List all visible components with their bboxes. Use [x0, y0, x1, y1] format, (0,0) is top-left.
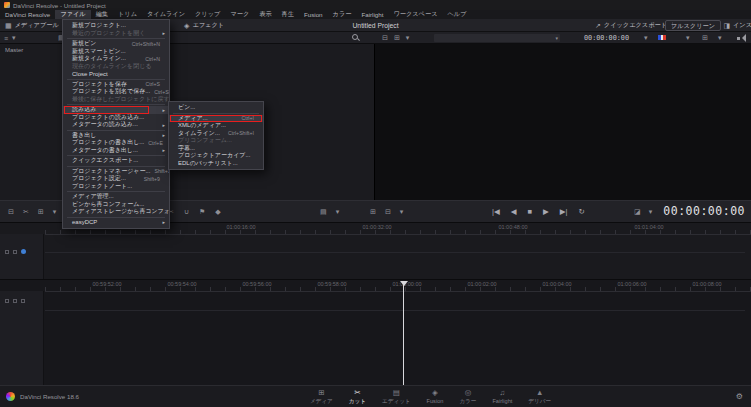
gear-icon[interactable]: ⚙ — [736, 386, 743, 407]
menu-bar-item[interactable]: DaVinci Resolve — [0, 10, 55, 19]
file-menu-item[interactable]: 新規ビン Ctrl+Shift+N — [63, 40, 169, 48]
page-button[interactable]: ♫ Fairlight — [492, 388, 512, 406]
file-menu-item[interactable]: プロジェクトの読み込み... — [63, 114, 169, 122]
fullscreen-button[interactable]: フルスクリーン — [665, 20, 721, 31]
option-dropdown[interactable]: ▾ — [686, 32, 690, 44]
page-button[interactable]: ▲ デリバー — [528, 388, 551, 406]
file-menu-item[interactable]: プロジェクトマネージャー... Shift+1 — [63, 168, 169, 176]
import-submenu-item[interactable]: 字幕... — [169, 145, 263, 153]
menu-bar-item[interactable]: クリップ — [190, 10, 225, 19]
menu-bar-item[interactable]: Fusion — [299, 10, 328, 19]
file-menu-item[interactable]: 現在のタイムラインを閉じる — [63, 63, 169, 71]
file-menu-item[interactable]: クイックエクスポート... — [63, 157, 169, 165]
bin-name-label[interactable]: Master — [5, 47, 23, 53]
view-tool-icon[interactable]: ▾ — [336, 208, 340, 216]
view-tool-icon[interactable]: ▤ — [320, 208, 327, 216]
import-submenu-item[interactable]: メディア... Ctrl+I — [169, 115, 263, 123]
search-button[interactable] — [352, 32, 360, 44]
viewer-mode-buttons[interactable]: ⊟⊞▾ — [382, 32, 409, 44]
import-submenu-item[interactable]: タイムライン... Ctrl+Shift+I — [169, 130, 263, 138]
menu-bar-item[interactable]: 再生 — [277, 10, 299, 19]
file-menu-item[interactable]: 最近のプロジェクトを開く ▸ — [63, 30, 169, 38]
page-button[interactable]: ✂ カット — [349, 388, 366, 406]
playback-control-icon[interactable]: ▶| — [560, 207, 568, 216]
track-solo-icon[interactable] — [21, 299, 25, 303]
track-lock-icon[interactable] — [5, 250, 9, 254]
lower-timeline-ruler[interactable]: 00:59:52:0000:59:54:0000:59:56:0000:59:5… — [45, 280, 751, 292]
menu-bar-item[interactable]: Fairlight — [356, 10, 388, 19]
playback-control-icon[interactable]: ▶ — [543, 207, 549, 216]
viewer-source-dropdown[interactable]: ▾ — [434, 34, 560, 42]
file-menu-item[interactable]: プロジェクトを別名で保存... Ctrl+Shift+S — [63, 88, 169, 96]
file-menu-item[interactable]: 読み込み ▸ — [63, 106, 169, 114]
viewer-mode-icon[interactable]: ▾ — [406, 34, 410, 42]
file-menu-item[interactable]: 書き出し ▸ — [63, 132, 169, 140]
file-menu-item[interactable]: 最後に保存したプロジェクトに戻す — [63, 96, 169, 104]
track-mute-icon[interactable] — [13, 299, 17, 303]
quick-export-button[interactable]: ↗ クイックエクスポート — [595, 19, 667, 32]
file-menu-item[interactable]: easyDCP ▸ — [63, 219, 169, 227]
file-menu-item[interactable]: 新規スマートビン... — [63, 48, 169, 56]
import-submenu-item[interactable]: プリコンフォーム... — [169, 137, 263, 145]
file-menu-item[interactable]: メタデータの読み込み... ▸ — [63, 121, 169, 129]
file-menu-item[interactable]: プロジェクト設定... Shift+9 — [63, 175, 169, 183]
effects-toggle-button[interactable]: ◈ エフェクト — [184, 19, 224, 32]
menu-bar-item[interactable]: カラー — [328, 10, 357, 19]
menu-bar-item[interactable]: 編集 — [91, 10, 113, 19]
page-button[interactable]: ▤ エディット — [382, 388, 411, 406]
file-menu-item[interactable]: プロジェクトノート... — [63, 183, 169, 191]
clip-tool-icon[interactable]: ⊞ — [38, 208, 44, 216]
playback-control-icon[interactable]: ◀ — [511, 207, 517, 216]
clip-tool-icon[interactable]: ✂ — [23, 208, 29, 216]
menu-bar-item[interactable]: ファイル — [55, 10, 90, 19]
playback-control-icon[interactable]: |◀ — [492, 207, 500, 216]
flag-icon[interactable] — [658, 35, 666, 40]
clip-tool-icon[interactable]: ⊟ — [8, 208, 14, 216]
upper-timeline[interactable]: 01:00:00:0001:00:16:0001:00:32:0001:00:4… — [0, 223, 751, 280]
file-menu-item[interactable]: 新規プロジェクト... — [63, 22, 169, 30]
bin-list-icon[interactable]: ▾ — [12, 34, 16, 42]
clip-tool-icon[interactable]: ▾ — [53, 208, 57, 216]
import-submenu-item[interactable]: EDLのバッチリスト... — [169, 160, 263, 168]
edit-tool-icon[interactable]: ◆ — [215, 208, 220, 216]
media-pool-toggle-button[interactable]: ▦ メディアプール — [5, 19, 59, 32]
bin-list-button[interactable]: ≡▾ — [4, 32, 16, 44]
page-button[interactable]: ◎ カラー — [459, 388, 476, 406]
inspector-button[interactable]: ◨ インスペクタ — [723, 19, 751, 32]
track-lock-icon[interactable] — [5, 299, 9, 303]
file-menu-item[interactable]: メディア管理... — [63, 193, 169, 201]
audio-meter-toggle-icon[interactable] — [737, 34, 745, 42]
menu-bar-item[interactable]: トリム — [113, 10, 142, 19]
more-option-button[interactable]: ▾ — [718, 32, 722, 44]
menu-bar-item[interactable]: タイムライン — [142, 10, 190, 19]
viewer-mode-icon[interactable]: ⊞ — [394, 34, 400, 42]
menu-bar-item[interactable]: マーク — [225, 10, 254, 19]
track-enable-indicator[interactable] — [21, 249, 26, 254]
import-submenu-item[interactable]: プロジェクトアーカイブ... — [169, 152, 263, 160]
menu-bar-item[interactable]: ヘルプ — [442, 10, 471, 19]
bin-list-icon[interactable]: ≡ — [4, 35, 8, 42]
file-menu-item[interactable]: Close Project — [63, 70, 169, 78]
file-menu-item[interactable]: プロジェクトを保存 Ctrl+S — [63, 81, 169, 89]
playback-control-icon[interactable]: ■ — [528, 207, 533, 216]
page-button[interactable]: ◈ Fusion — [427, 388, 444, 406]
right-tool-icon[interactable]: ▾ — [649, 208, 653, 216]
misc-tool-icon[interactable]: ▾ — [400, 208, 404, 216]
misc-tool-icon[interactable]: ⊞ — [370, 208, 376, 216]
file-menu-item[interactable]: メディアストレージから再コンフォーム... — [63, 208, 169, 216]
menu-bar-item[interactable]: 表示 — [254, 10, 276, 19]
edit-tool-icon[interactable]: ⚑ — [199, 208, 205, 216]
playhead[interactable] — [403, 281, 404, 385]
edit-tool-icon[interactable]: ∪ — [184, 208, 189, 216]
grid-option-button[interactable]: ⊞ — [702, 32, 708, 44]
file-menu-item[interactable]: プロジェクトの書き出し... Ctrl+E — [63, 139, 169, 147]
file-menu-item[interactable]: ビンから再コンフォーム... — [63, 201, 169, 209]
misc-tool-icon[interactable]: ⊟ — [385, 208, 391, 216]
file-menu-item[interactable]: 新規タイムライン... Ctrl+N — [63, 55, 169, 63]
menu-bar-item[interactable]: ワークスペース — [388, 10, 442, 19]
import-submenu-item[interactable]: ビン... — [169, 104, 263, 112]
file-menu-item[interactable]: メタデータの書き出し... ▸ — [63, 147, 169, 155]
playback-control-icon[interactable]: ↻ — [579, 207, 585, 216]
import-submenu-item[interactable]: XMLのメディア... — [169, 122, 263, 130]
page-button[interactable]: ⊞ メディア — [310, 388, 333, 406]
